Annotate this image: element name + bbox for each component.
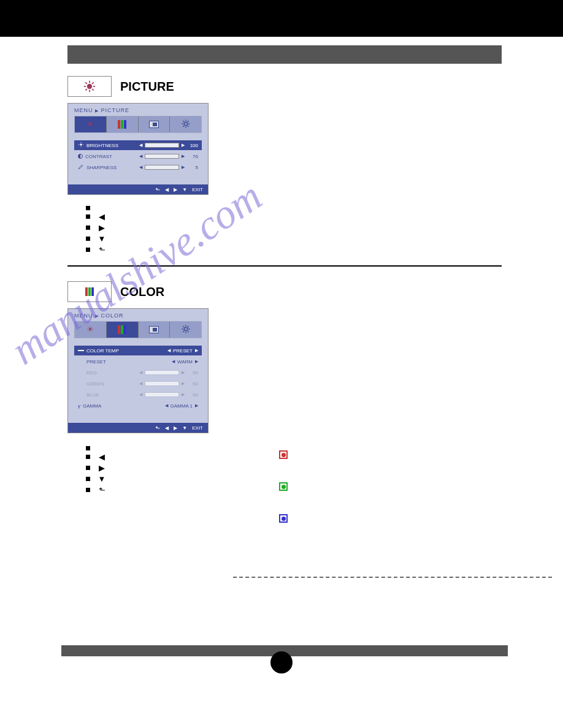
gear-icon xyxy=(181,119,191,130)
row-preset[interactable]: PRESET ◀ WARM ▶ xyxy=(74,357,202,366)
tab-screen[interactable] xyxy=(139,116,170,132)
tab-picture[interactable] xyxy=(75,116,107,132)
color-icon-box xyxy=(67,281,112,302)
bullet-icon xyxy=(86,488,90,492)
tab-picture[interactable] xyxy=(75,322,107,338)
right-arrow-icon[interactable]: ▶ xyxy=(174,425,177,431)
row-colortemp[interactable]: COLOR TEMP ◀ PRESET ▶ xyxy=(74,346,202,355)
svg-line-48 xyxy=(183,331,184,332)
right-arrow-icon: ▶ xyxy=(182,370,185,375)
right-arrow-icon[interactable]: ▶ xyxy=(195,348,198,353)
svg-line-39 xyxy=(88,330,89,331)
chevron-right-icon: ▶ xyxy=(95,108,99,113)
bullet-icon xyxy=(86,226,90,230)
contrast-slider[interactable] xyxy=(145,154,179,159)
left-arrow-icon[interactable]: ◀ xyxy=(172,359,175,364)
picture-title: PICTURE xyxy=(120,80,174,94)
picture-icon-box xyxy=(67,76,112,97)
color-tab-row xyxy=(74,321,202,338)
down-arrow-icon: ▼ xyxy=(96,234,107,243)
left-arrow-icon[interactable]: ◀ xyxy=(167,348,170,353)
brightness-slider[interactable] xyxy=(145,143,179,148)
svg-line-26 xyxy=(187,121,188,122)
left-arrow-icon[interactable]: ◀ xyxy=(139,165,142,170)
section-divider xyxy=(67,265,502,267)
down-arrow-icon[interactable]: ▼ xyxy=(182,187,187,192)
picture-tab-row xyxy=(74,116,202,133)
left-arrow-icon[interactable]: ◀ xyxy=(165,403,168,408)
sharpness-slider[interactable] xyxy=(145,165,179,170)
header-grey-bar xyxy=(67,45,502,64)
left-arrow-icon: ◀ xyxy=(139,392,142,397)
row-blue: BLUE ◀ ▶ 50 xyxy=(74,390,202,400)
green-label: GREEN xyxy=(86,381,104,387)
svg-line-38 xyxy=(91,330,92,331)
row-red: RED ◀ ▶ 50 xyxy=(74,368,202,377)
left-arrow-icon: ◀ xyxy=(139,370,142,375)
exit-label[interactable]: EXIT xyxy=(192,187,203,192)
right-arrow-icon[interactable]: ▶ xyxy=(195,359,198,364)
colortemp-label: COLOR TEMP xyxy=(86,348,119,354)
breadcrumb-menu: MENU xyxy=(74,313,93,319)
svg-line-37 xyxy=(88,327,89,328)
svg-line-17 xyxy=(91,122,92,123)
svg-line-23 xyxy=(183,121,184,122)
svg-line-46 xyxy=(183,326,184,327)
screen-icon xyxy=(149,326,159,333)
right-arrow-icon[interactable]: ▶ xyxy=(174,187,177,192)
swatch-green xyxy=(279,482,288,491)
right-arrow-icon: ▶ xyxy=(96,463,107,472)
picture-section-header: PICTURE xyxy=(67,76,502,97)
gamma-value: GAMMA 1 xyxy=(170,403,193,409)
svg-point-27 xyxy=(80,144,82,146)
row-contrast[interactable]: CONTRAST ◀ ▶ 70 xyxy=(74,151,202,161)
left-arrow-icon[interactable]: ◀ xyxy=(139,143,142,148)
left-arrow-icon[interactable]: ◀ xyxy=(139,154,142,159)
bullet-icon xyxy=(86,446,90,450)
down-arrow-icon: ▼ xyxy=(96,474,107,483)
svg-line-40 xyxy=(91,327,92,328)
bullet-icon xyxy=(86,455,90,459)
osd-footer-nav: ⬑ ◀ ▶ ▼ EXIT xyxy=(68,184,208,194)
green-value: 50 xyxy=(187,381,198,387)
row-gamma[interactable]: γ GAMMA ◀ GAMMA 1 ▶ xyxy=(74,401,202,411)
svg-line-24 xyxy=(187,126,188,127)
blue-label: BLUE xyxy=(86,392,99,398)
tab-settings[interactable] xyxy=(170,322,201,338)
svg-point-41 xyxy=(184,327,187,330)
svg-line-49 xyxy=(187,326,188,327)
row-brightness[interactable]: BRIGHTNESS ◀ ▶ 100 xyxy=(74,140,202,150)
svg-line-8 xyxy=(92,82,94,84)
return-up-icon[interactable]: ⬑ xyxy=(155,425,160,431)
tab-color[interactable] xyxy=(107,116,139,132)
tab-settings[interactable] xyxy=(170,116,201,132)
return-up-icon[interactable]: ⬑ xyxy=(155,186,160,193)
svg-point-18 xyxy=(184,122,187,125)
red-swatch-icon xyxy=(279,450,288,459)
left-arrow-icon[interactable]: ◀ xyxy=(165,425,169,431)
breadcrumb-color: COLOR xyxy=(101,313,124,319)
blue-swatch-icon xyxy=(279,514,288,523)
tab-screen[interactable] xyxy=(139,322,170,338)
left-arrow-icon[interactable]: ◀ xyxy=(165,187,169,192)
down-arrow-icon[interactable]: ▼ xyxy=(182,425,187,431)
right-arrow-icon: ▶ xyxy=(182,381,185,386)
colortemp-value: PRESET xyxy=(173,348,193,354)
right-arrow-icon[interactable]: ▶ xyxy=(182,165,185,170)
svg-line-16 xyxy=(88,125,89,126)
exit-label[interactable]: EXIT xyxy=(192,425,203,431)
svg-line-6 xyxy=(92,89,94,91)
top-bar xyxy=(0,0,563,37)
right-arrow-icon[interactable]: ▶ xyxy=(182,143,185,148)
color-section-header: COLOR xyxy=(67,281,502,302)
right-arrow-icon[interactable]: ▶ xyxy=(182,154,185,159)
preset-value: WARM xyxy=(177,359,193,365)
screen-icon xyxy=(149,121,159,128)
svg-line-5 xyxy=(85,82,87,84)
brightness-sun-icon xyxy=(78,142,84,149)
svg-line-7 xyxy=(85,89,87,91)
color-title: COLOR xyxy=(120,285,164,299)
right-arrow-icon[interactable]: ▶ xyxy=(195,403,198,408)
tab-color[interactable] xyxy=(107,322,139,338)
row-sharpness[interactable]: SHARPNESS ◀ ▶ 5 xyxy=(74,162,202,172)
